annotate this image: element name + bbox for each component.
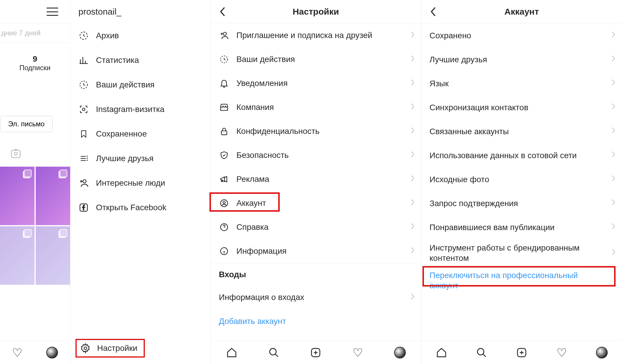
carousel-icon — [24, 229, 32, 237]
menu-item-archive[interactable]: Архив — [70, 23, 210, 48]
row-label: Сохранено — [429, 30, 614, 41]
account-row-original-photos[interactable]: Исходные фото — [421, 167, 622, 191]
chevron-right-icon — [410, 55, 415, 64]
grid-photo[interactable] — [36, 167, 70, 225]
back-button[interactable] — [428, 7, 438, 16]
row-label: Понравившиеся вам публикации — [429, 222, 614, 232]
subscriptions-label: Подписки — [0, 64, 70, 72]
row-label: Информация — [236, 246, 413, 256]
grid-photo[interactable] — [36, 226, 70, 285]
activity-icon[interactable]: ♡ — [556, 347, 568, 358]
menu-item-nametag[interactable]: Instagram-визитка — [70, 97, 210, 122]
grid-photo[interactable] — [0, 167, 35, 225]
svg-point-4 — [83, 108, 85, 111]
settings-row-ads[interactable]: Реклама — [211, 167, 421, 191]
chevron-right-icon — [410, 293, 415, 302]
account-row-cellular-data[interactable]: Использование данных в сотовой сети — [421, 143, 622, 167]
row-label: Приглашение и подписка на друзей — [236, 31, 413, 40]
chevron-right-icon — [611, 222, 616, 232]
row-label: Запрос подтверждения — [429, 198, 614, 208]
settings-row-follow-friends[interactable]: Приглашение и подписка на друзей — [211, 23, 421, 47]
profile-avatar-icon[interactable] — [596, 347, 608, 358]
add-post-icon[interactable] — [310, 347, 322, 358]
account-row-contacts-sync[interactable]: Синхронизация контактов — [421, 95, 622, 119]
menu-item-activity[interactable]: Ваши действия — [70, 73, 210, 97]
chevron-right-icon — [410, 103, 415, 112]
account-row-request-verification[interactable]: Запрос подтверждения — [421, 191, 622, 215]
account-title: Аккаунт — [421, 7, 622, 17]
settings-row-account[interactable]: Аккаунт — [211, 191, 421, 215]
nametag-icon — [78, 104, 89, 115]
chevron-right-icon — [410, 31, 415, 40]
row-label: Переключиться на профессиональный аккаун… — [429, 270, 614, 291]
activity-icon[interactable]: ♡ — [352, 347, 364, 358]
home-icon[interactable] — [436, 347, 447, 358]
activity-icon[interactable]: ♡ — [12, 347, 23, 358]
svg-point-5 — [83, 180, 86, 183]
svg-point-8 — [223, 32, 226, 35]
row-label: Конфиденциальность — [236, 127, 413, 136]
back-button[interactable] — [218, 7, 227, 16]
settings-row-privacy[interactable]: Конфиденциальность — [211, 119, 421, 143]
row-label: Реклама — [236, 175, 413, 184]
account-row-switch-professional[interactable]: Переключиться на профессиональный аккаун… — [421, 267, 622, 294]
account-row-saved[interactable]: Сохранено — [421, 23, 622, 47]
svg-rect-10 — [221, 131, 227, 135]
row-label: Справка — [236, 222, 413, 232]
settings-row-business[interactable]: Компания — [211, 95, 421, 119]
row-label: Ваши действия — [236, 55, 413, 64]
settings-title: Настройки — [211, 7, 421, 17]
profile-avatar-icon[interactable] — [46, 347, 58, 358]
chevron-right-icon — [611, 248, 616, 258]
profile-avatar-icon[interactable] — [394, 347, 406, 358]
settings-label: Настройки — [97, 344, 137, 353]
email-button[interactable]: Эл. письмо — [0, 116, 53, 132]
account-row-close-friends[interactable]: Лучшие друзья — [421, 47, 622, 71]
lock-icon — [219, 126, 229, 137]
menu-item-label: Статистика — [96, 56, 139, 65]
row-label: Инструмент работы с брендированным конте… — [429, 243, 614, 263]
tab-bar: ♡ — [421, 341, 622, 364]
subscriptions-count: 9 — [0, 54, 70, 64]
side-menu-panel: prostonail_ Архив Статистика Ваши действ… — [70, 0, 211, 364]
facebook-icon — [78, 202, 89, 213]
search-icon[interactable] — [268, 347, 280, 358]
subscriptions-block[interactable]: 9 Подписки — [0, 43, 70, 89]
bottom-nav-partial: ♡ — [0, 341, 70, 364]
account-row-branded-content[interactable]: Инструмент работы с брендированным конте… — [421, 239, 622, 267]
settings-row-your-activity[interactable]: Ваши действия — [211, 47, 421, 71]
menu-item-label: Интересные люди — [96, 178, 165, 188]
chevron-right-icon — [410, 151, 415, 160]
account-row-linked-accounts[interactable]: Связанные аккаунты — [421, 119, 622, 143]
row-label: Лучшие друзья — [429, 54, 614, 65]
search-icon[interactable] — [476, 347, 487, 358]
home-icon[interactable] — [226, 347, 238, 358]
chevron-right-icon — [410, 175, 415, 184]
menu-item-saved[interactable]: Сохраненное — [70, 122, 210, 146]
svg-point-1 — [14, 152, 17, 155]
settings-row-notifications[interactable]: Уведомления — [211, 71, 421, 95]
settings-row-about[interactable]: Информация — [211, 239, 421, 263]
menu-item-settings[interactable]: Настройки — [75, 339, 145, 358]
settings-row-help[interactable]: Справка — [211, 215, 421, 239]
shield-icon — [219, 150, 229, 161]
menu-item-close-friends[interactable]: Лучшие друзья — [70, 146, 210, 171]
chevron-right-icon — [611, 175, 616, 184]
menu-item-insights[interactable]: Статистика — [70, 48, 210, 73]
storefront-icon — [219, 102, 229, 113]
account-row-liked-posts[interactable]: Понравившиеся вам публикации — [421, 215, 622, 239]
settings-row-add-account[interactable]: Добавить аккаунт — [211, 309, 421, 333]
add-post-icon[interactable] — [516, 347, 528, 358]
settings-row-login-info[interactable]: Информация о входах — [211, 285, 421, 309]
settings-row-security[interactable]: Безопасность — [211, 143, 421, 167]
row-label: Компания — [236, 103, 413, 112]
account-row-language[interactable]: Язык — [421, 71, 622, 95]
chevron-right-icon — [611, 151, 616, 160]
chevron-right-icon — [410, 199, 415, 208]
grid-photo[interactable] — [0, 226, 35, 285]
tagged-tab-icon[interactable] — [10, 155, 22, 160]
hamburger-icon[interactable] — [47, 8, 58, 16]
menu-item-facebook[interactable]: Открыть Facebook — [70, 195, 210, 220]
chevron-right-icon — [410, 222, 415, 232]
menu-item-discover-people[interactable]: Интересные люди — [70, 171, 210, 195]
